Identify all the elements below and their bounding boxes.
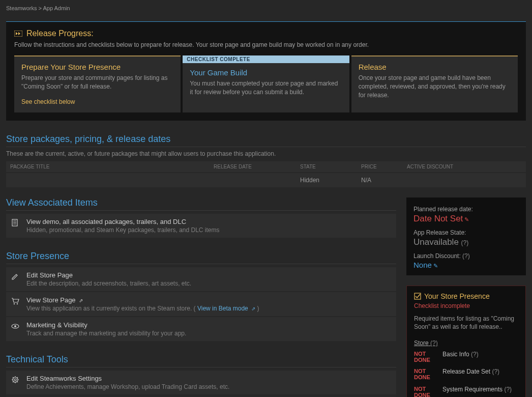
table-row[interactable]: Hidden N/A xyxy=(6,173,526,187)
help-icon[interactable]: (?) xyxy=(492,368,499,375)
breadcrumb-current: App Admin xyxy=(43,5,70,11)
status-badge: NOTDONE xyxy=(414,386,433,397)
see-checklist-link[interactable]: See checklist below xyxy=(21,98,75,105)
packages-table: PACKAGE TITLE RELEASE DATE STATE PRICE A… xyxy=(6,161,526,187)
associated-section-title: View Associated Items xyxy=(6,197,396,211)
packages-section-subtitle: These are the current, active, or future… xyxy=(6,150,526,157)
checkbox-icon xyxy=(414,293,421,300)
svg-point-6 xyxy=(17,303,18,304)
help-icon[interactable]: (?) xyxy=(461,239,469,246)
eye-icon xyxy=(11,321,20,330)
view-store-page[interactable]: View Store Page View this application as… xyxy=(6,292,396,316)
checklist-group-store[interactable]: Store (?) xyxy=(414,339,518,347)
checklist-title: Your Store Presence xyxy=(414,292,518,300)
progress-card-store-presence[interactable]: Prepare Your Store Presence Prepare your… xyxy=(14,55,181,112)
checklist-item: NOTDONE System Requirements (?) xyxy=(414,386,518,397)
release-status-sidebar: Planned release date: Date Not Set App R… xyxy=(406,197,526,275)
breadcrumb: Steamworks > App Admin xyxy=(0,0,532,16)
release-progress-panel: Release Progress: Follow the instruction… xyxy=(6,21,526,121)
col-state: STATE xyxy=(300,164,361,169)
status-badge: NOTDONE xyxy=(414,368,433,380)
checklist-complete-badge: CHECKLIST COMPLETE xyxy=(183,55,349,63)
edit-icon xyxy=(463,214,469,223)
progress-card-game-build[interactable]: CHECKLIST COMPLETE Your Game Build You m… xyxy=(183,55,349,112)
marketing-visibility[interactable]: Marketing & Visibility Track and manage … xyxy=(6,317,396,341)
external-link-icon xyxy=(77,296,83,304)
svg-point-10 xyxy=(14,379,16,381)
checklist-item: NOTDONE Release Date Set (?) xyxy=(414,368,518,380)
col-release-date: RELEASE DATE xyxy=(214,164,300,169)
cart-icon xyxy=(11,296,20,305)
checklist-item: NOTDONE Basic Info (?) xyxy=(414,351,518,363)
help-icon[interactable]: (?) xyxy=(471,351,479,358)
status-badge: NOTDONE xyxy=(414,351,433,363)
checklist-intro: Required items for listing as "Coming So… xyxy=(414,315,518,332)
app-release-state-value: Unavailable (?) xyxy=(413,237,519,247)
gear-icon xyxy=(11,375,20,384)
store-presence-section-title: Store Presence xyxy=(6,251,396,264)
col-price: PRICE xyxy=(361,164,407,169)
help-icon[interactable]: (?) xyxy=(504,386,512,393)
launch-discount-label: Launch Discount: (?) xyxy=(413,252,519,260)
store-presence-checklist: Your Store Presence Checklist incomplete… xyxy=(406,286,526,397)
view-beta-mode-link[interactable]: View in Beta mode xyxy=(197,305,255,312)
pencil-icon xyxy=(11,271,20,280)
checklist-subtitle: Checklist incomplete xyxy=(414,302,518,309)
packages-section-title: Store packages, pricing, & release dates xyxy=(6,134,526,147)
release-progress-desc: Follow the instructions and checklists b… xyxy=(14,41,518,48)
planned-release-value[interactable]: Date Not Set xyxy=(413,214,519,224)
launch-discount-value[interactable]: None xyxy=(413,261,519,269)
help-icon[interactable]: (?) xyxy=(462,252,470,260)
fast-forward-icon xyxy=(14,31,22,37)
planned-release-label: Planned release date: xyxy=(413,206,519,213)
breadcrumb-root[interactable]: Steamworks xyxy=(6,5,37,11)
edit-store-page[interactable]: Edit Store Page Edit the description, ad… xyxy=(6,267,396,291)
app-release-state-label: App Release State: xyxy=(413,229,519,236)
technical-tools-section-title: Technical Tools xyxy=(6,354,396,367)
edit-steamworks-settings[interactable]: Edit Steamworks Settings Define Achievem… xyxy=(6,371,396,394)
document-icon xyxy=(11,218,20,227)
request-product-keys: Request Steam Product Keys Request keys … xyxy=(6,395,396,397)
svg-point-5 xyxy=(14,303,15,304)
col-package-title: PACKAGE TITLE xyxy=(10,164,214,169)
col-active-discount: ACTIVE DISCOUNT xyxy=(407,164,522,169)
progress-card-release[interactable]: Release Once your store page and game bu… xyxy=(351,55,518,112)
svg-point-8 xyxy=(14,325,16,327)
help-icon[interactable]: (?) xyxy=(430,339,438,347)
release-progress-title: Release Progress: xyxy=(14,29,518,38)
external-link-icon xyxy=(250,305,255,312)
view-associated-items[interactable]: View demo, all associated packages, trai… xyxy=(6,214,396,238)
edit-icon xyxy=(432,261,438,269)
